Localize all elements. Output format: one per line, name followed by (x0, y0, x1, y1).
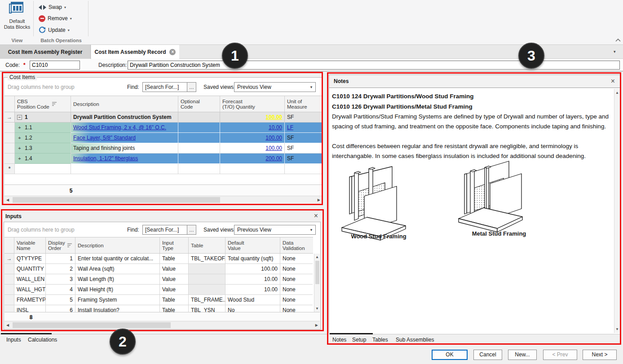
column-header-cbs-position-code[interactable]: CBS Position Code (15, 96, 71, 112)
forecast-quantity-link[interactable]: 100.00 (265, 114, 282, 120)
close-tab-icon[interactable]: × (169, 49, 176, 55)
expand-icon[interactable]: + (17, 146, 22, 151)
scrollbar-thumb[interactable] (13, 322, 171, 328)
notes-vertical-scrollbar[interactable]: ▲ ▼ (614, 89, 620, 333)
table-row[interactable]: → −1 Drywall Partition Construction Syst… (4, 112, 322, 123)
new-row-icon: * (4, 164, 15, 174)
tab-list-dropdown-icon[interactable]: ▾ (614, 49, 616, 54)
chevron-down-icon: ▾ (307, 85, 315, 89)
inputs-vertical-scrollbar[interactable]: ▲ ▼ (314, 254, 320, 312)
update-icon (39, 26, 46, 34)
scroll-left-icon[interactable]: ◀ (6, 323, 9, 327)
table-row[interactable]: +1.4 Insulation, 1-1/2" fiberglass 200.0… (4, 153, 322, 164)
table-row[interactable]: +1.3 Taping and finishing joints 100.00 … (4, 143, 322, 153)
scroll-down-icon[interactable]: ▼ (615, 327, 619, 331)
description-field[interactable] (128, 61, 620, 70)
notes-title: Notes (334, 78, 349, 84)
scrollbar-thumb[interactable] (13, 197, 220, 203)
note-heading: C1010 124 Drywall Partitions/Wood Stud F… (332, 91, 610, 101)
view-group-label: View (4, 38, 31, 43)
cost-item-link[interactable]: Face Layer, 5/8" Standard (73, 135, 136, 141)
collapse-ribbon-icon[interactable] (615, 39, 621, 42)
tab-cost-item-assembly-register[interactable]: Cost Item Assembly Register (0, 45, 91, 59)
column-header-forecast-quantity[interactable]: Forecast (T/O) Quantity (220, 96, 285, 112)
inputs-title: Inputs (5, 213, 22, 219)
table-row[interactable]: → QTYTYPE 1 Enter total quantity or calc… (4, 254, 313, 264)
forecast-quantity-link[interactable]: 10.00 (269, 124, 282, 131)
row-count: 8 (24, 314, 38, 320)
default-data-blocks-button[interactable]: Default Data Blocks (4, 1, 31, 36)
tab-tables[interactable]: Tables (372, 337, 388, 343)
tab-inputs[interactable]: Inputs (6, 337, 21, 343)
tab-notes[interactable]: Notes (332, 337, 346, 343)
remove-caret-icon: ▾ (70, 17, 72, 21)
forecast-quantity-link[interactable]: 200.00 (265, 155, 282, 162)
saved-views-label: Saved views: (203, 227, 235, 233)
scroll-right-icon[interactable]: ▶ (315, 323, 318, 327)
prev-button[interactable]: < Prev (543, 350, 577, 360)
cost-items-saved-views-select[interactable]: Previous View ▾ (234, 82, 316, 92)
column-header-description[interactable]: Description (71, 96, 178, 112)
column-header-default-value[interactable]: Default Value (225, 237, 280, 253)
scroll-up-icon[interactable]: ▲ (315, 255, 319, 259)
search-more-button[interactable]: … (187, 225, 196, 234)
cost-items-horizontal-scrollbar[interactable]: ◀ ▶ (4, 196, 322, 203)
forecast-quantity-link[interactable]: 100.00 (265, 135, 282, 141)
table-row[interactable]: +1.1 Wood Stud Framing, 2 x 4, @ 16" O.C… (4, 123, 322, 133)
column-header-variable-name[interactable]: Variable Name (14, 237, 46, 253)
scroll-down-icon[interactable]: ▼ (315, 307, 319, 311)
table-row[interactable]: +1.2 Face Layer, 5/8" Standard 100.00 SF (4, 133, 322, 143)
close-icon[interactable]: × (611, 78, 615, 84)
column-header-display-order[interactable]: Display Order (46, 237, 75, 253)
tab-cost-item-assembly-record[interactable]: Cost Item Assembly Record × (91, 45, 179, 59)
code-field[interactable] (30, 61, 80, 70)
tab-calculations[interactable]: Calculations (28, 337, 57, 343)
close-icon[interactable]: × (314, 213, 318, 219)
cost-item-link[interactable]: Insulation, 1-1/2" fiberglass (73, 155, 138, 162)
scroll-left-icon[interactable]: ◀ (6, 198, 9, 202)
inputs-horizontal-scrollbar[interactable]: ◀ ▶ (4, 321, 320, 329)
ok-button[interactable]: OK (432, 350, 468, 360)
column-header-description[interactable]: Description (75, 237, 160, 253)
wood-stud-framing-figure (338, 163, 410, 241)
inputs-grid-body: → QTYTYPE 1 Enter total quantity or calc… (4, 254, 313, 312)
next-button[interactable]: Next > (583, 350, 617, 360)
cost-item-link[interactable]: Wood Stud Framing, 2 x 4, @ 16" O.C. (73, 124, 166, 131)
table-row[interactable]: FRAMETYPE 5 Framing System Table TBL_FRA… (4, 295, 313, 305)
ribbon-separator (33, 1, 34, 36)
column-header-data-validation[interactable]: Data Validation (280, 237, 313, 253)
uom-link[interactable]: LF (287, 124, 293, 131)
scroll-up-icon[interactable]: ▲ (615, 91, 619, 95)
expand-icon[interactable]: + (17, 136, 22, 140)
column-header-input-type[interactable]: Input Type (160, 237, 189, 253)
table-row[interactable]: INSL 6 Install Insulation? Table TBL_YSN… (4, 305, 313, 312)
expand-icon[interactable]: + (17, 156, 22, 161)
update-button[interactable]: Update ▾ (39, 26, 70, 35)
new-row[interactable]: * (4, 164, 322, 174)
document-tab-strip: Cost Item Assembly Register Cost Item As… (0, 45, 623, 59)
inputs-search-input[interactable]: [Search For...] … (142, 225, 196, 235)
note-paragraph: Drywall Partitions/Stud Framing Systems … (332, 112, 610, 132)
tab-sub-assemblies[interactable]: Sub Assemblies (396, 337, 434, 343)
table-row[interactable]: QUANTITY 2 Wall Area (sqft) Value 100.00… (4, 264, 313, 274)
data-blocks-icon (9, 1, 26, 16)
scrollbar-thumb[interactable] (315, 261, 319, 284)
table-row[interactable]: WALL_HGT 4 Wall Height (ft) Value 10.00 … (4, 285, 313, 295)
new-button[interactable]: New... (508, 350, 537, 360)
remove-button[interactable]: Remove ▾ (39, 14, 72, 23)
forecast-quantity-link[interactable]: 100.00 (265, 145, 282, 151)
cancel-button[interactable]: Cancel (473, 350, 502, 360)
scroll-right-icon[interactable]: ▶ (318, 198, 320, 202)
row-count: 5 (62, 188, 80, 194)
table-row[interactable]: WALL_LEN 3 Wall Length (ft) Value 10.00 … (4, 274, 313, 285)
tab-setup[interactable]: Setup (352, 337, 366, 343)
search-more-button[interactable]: … (187, 83, 196, 92)
inputs-saved-views-select[interactable]: Previous View ▾ (234, 225, 316, 235)
swap-button[interactable]: Swap ▾ (39, 3, 66, 12)
column-header-unit-of-measure[interactable]: Unit of Measure (285, 96, 322, 112)
column-header-optional-code[interactable]: Optional Code (178, 96, 220, 112)
expand-icon[interactable]: + (17, 125, 22, 130)
collapse-icon[interactable]: − (17, 115, 22, 120)
cost-items-search-input[interactable]: [Search For...] … (142, 82, 196, 92)
column-header-table[interactable]: Table (189, 237, 225, 253)
